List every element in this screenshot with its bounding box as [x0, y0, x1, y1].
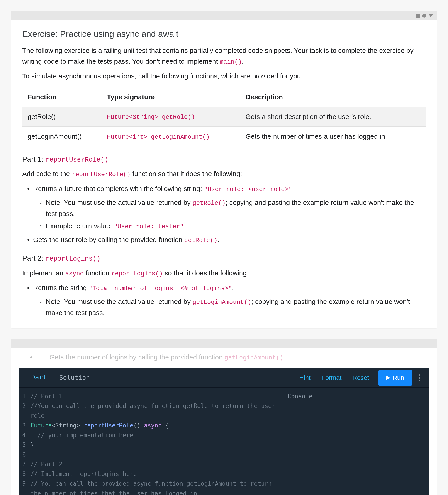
- table-row: getLoginAmount() Future<int> getLoginAmo…: [22, 126, 426, 146]
- reset-button[interactable]: Reset: [347, 373, 374, 383]
- tab-solution[interactable]: Solution: [53, 368, 96, 388]
- exercise-card: Exercise: Practice using async and await…: [11, 11, 437, 328]
- square-icon[interactable]: [416, 14, 420, 18]
- code-editor: Dart Solution Hint Format Reset Run 1// …: [19, 368, 429, 495]
- hint-button[interactable]: Hint: [294, 373, 316, 383]
- table-row: getRole() Future<String> getRole() Gets …: [22, 107, 426, 127]
- format-button[interactable]: Format: [316, 373, 347, 383]
- th-desc: Description: [240, 87, 426, 107]
- square-icon[interactable]: [416, 341, 420, 345]
- th-type: Type signature: [101, 87, 240, 107]
- list-item: Example return value: "User role: tester…: [46, 220, 426, 232]
- list-item: Gets the user role by calling the provid…: [33, 234, 426, 246]
- list-item: Note: You must use the actual value retu…: [46, 197, 426, 219]
- part1-desc: Add code to the reportUserRole() functio…: [22, 168, 426, 179]
- code-area[interactable]: 1// Part 1 2//You can call the provided …: [19, 388, 281, 495]
- part1-list: Returns a future that completes with the…: [33, 183, 426, 246]
- editor-tabs: Dart Solution Hint Format Reset Run: [19, 368, 429, 388]
- list-item: Gets the number of logins by calling the…: [36, 351, 437, 366]
- intro-paragraph: The following exercise is a failing unit…: [22, 45, 426, 67]
- list-item: Note: You must use the actual value retu…: [46, 296, 426, 318]
- part2-heading: Part 2: reportLogins(): [22, 253, 426, 264]
- play-icon: [386, 376, 390, 380]
- list-item: Returns a future that completes with the…: [33, 183, 426, 232]
- console-label: Console: [288, 393, 313, 399]
- th-function: Function: [22, 87, 101, 107]
- kebab-menu-icon[interactable]: [416, 374, 423, 382]
- functions-table: Function Type signature Description getR…: [22, 87, 426, 146]
- sim-paragraph: To simulate asynchronous operations, cal…: [22, 71, 426, 82]
- part1-heading: Part 1: reportUserRole(): [22, 154, 426, 165]
- part2-desc: Implement an async function reportLogins…: [22, 268, 426, 279]
- triangle-down-icon[interactable]: [429, 14, 433, 17]
- editor-card: Gets the number of logins by calling the…: [11, 339, 437, 495]
- list-item: Returns the string "Total number of logi…: [33, 282, 426, 318]
- exercise-title: Exercise: Practice using async and await: [22, 28, 426, 41]
- console-pane: Console: [281, 388, 429, 495]
- tab-dart[interactable]: Dart: [25, 367, 53, 388]
- card-window-controls: [416, 341, 433, 345]
- main-code: main(): [220, 59, 242, 66]
- run-button[interactable]: Run: [378, 370, 412, 386]
- scroll-overflow: Gets the number of logins by calling the…: [11, 348, 437, 368]
- triangle-down-icon[interactable]: [429, 342, 433, 345]
- part2-list: Returns the string "Total number of logi…: [33, 282, 426, 318]
- card-window-controls: [416, 14, 433, 18]
- circle-icon[interactable]: [422, 14, 426, 18]
- circle-icon[interactable]: [422, 341, 426, 345]
